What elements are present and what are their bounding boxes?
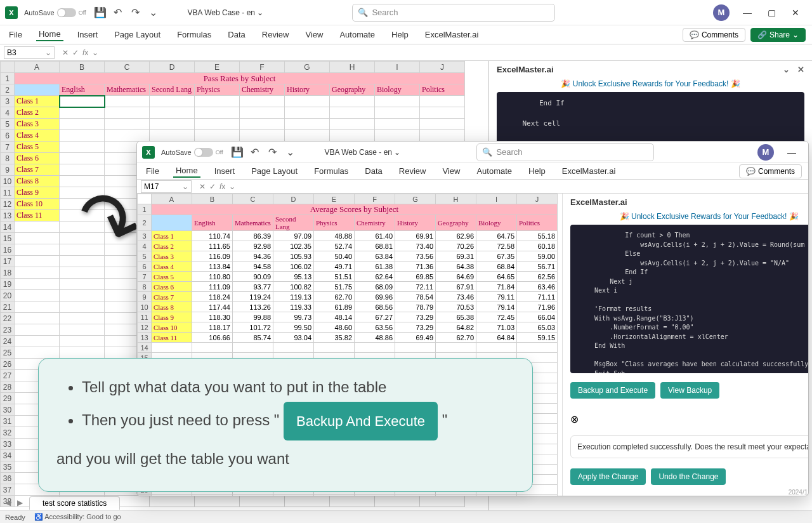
apply-change-button[interactable]: Apply the Change — [570, 468, 646, 485]
sheet-tabs: ◀ ▶ test score statistics — [5, 495, 120, 510]
tab-file[interactable]: File — [6, 29, 25, 41]
confirm-formula-icon[interactable]: ✓ — [72, 48, 79, 57]
reward-banner[interactable]: 🎉 Unlock Exclusive Rewards for Your Feed… — [489, 78, 812, 92]
tab-review[interactable]: Review — [259, 29, 292, 41]
tab-help[interactable]: Help — [526, 165, 548, 177]
backup-execute-inline-button[interactable]: Backup And Execute — [284, 402, 438, 441]
tab-insert[interactable]: Insert — [212, 165, 238, 177]
tab-data[interactable]: Data — [225, 29, 247, 41]
excel-app-icon: X — [142, 146, 155, 159]
autosave-label: AutoSave — [24, 9, 55, 17]
autosave-toggle[interactable]: AutoSave Off — [161, 148, 223, 157]
user-avatar[interactable]: M — [757, 144, 774, 161]
tab-page-layout[interactable]: Page Layout — [112, 29, 163, 41]
search-icon: 🔍 — [482, 147, 492, 157]
tab-view[interactable]: View — [440, 165, 462, 177]
tab-page-layout[interactable]: Page Layout — [249, 165, 300, 177]
comments-button[interactable]: 💬 Comments — [683, 28, 745, 42]
document-title[interactable]: VBA Web Case - en ⌄ — [325, 148, 401, 157]
callout-item-1: Tell gpt what data you want to put in th… — [82, 373, 514, 402]
maximize-button[interactable]: ▢ — [765, 8, 778, 18]
callout-final: and you will get the table you want — [56, 444, 514, 473]
undo-icon[interactable]: ↶ — [109, 4, 127, 22]
tab-data[interactable]: Data — [362, 165, 384, 177]
qat-more-icon[interactable]: ⌄ — [282, 143, 299, 161]
switch-icon[interactable] — [57, 8, 76, 17]
tab-excelmaster[interactable]: ExcelMaster.ai — [560, 165, 619, 177]
search-input[interactable]: 🔍 Search — [352, 4, 555, 22]
search-icon: 🔍 — [358, 8, 368, 17]
accessibility-status: ♿ Accessibility: Good to go — [34, 513, 121, 521]
callout-item-2: Then you just need to press " Backup And… — [82, 402, 514, 441]
confirm-formula-icon[interactable]: ✓ — [209, 182, 216, 191]
save-icon[interactable]: 💾 — [228, 143, 246, 161]
minimize-button[interactable]: — — [741, 8, 754, 18]
tab-excelmaster[interactable]: ExcelMaster.ai — [422, 29, 481, 41]
switch-icon[interactable] — [194, 148, 213, 157]
redo-icon[interactable]: ↷ — [264, 143, 282, 161]
excel-app-icon: X — [5, 6, 18, 19]
search-input[interactable]: 🔍 Search — [476, 143, 654, 161]
cancel-formula-icon[interactable]: ✕ — [62, 48, 69, 57]
document-title[interactable]: VBA Web Case - en ⌄ — [188, 8, 264, 17]
sheet-nav-next[interactable]: ▶ — [17, 498, 23, 507]
tab-insert[interactable]: Insert — [75, 29, 101, 41]
tab-formulas[interactable]: Formulas — [311, 165, 351, 177]
tab-review[interactable]: Review — [396, 165, 429, 177]
tab-automate[interactable]: Automate — [337, 29, 377, 41]
undo-icon[interactable]: ↶ — [246, 143, 264, 161]
panel-close-icon[interactable]: ✕ — [797, 65, 804, 74]
panel-title: ExcelMaster.ai — [497, 65, 554, 74]
panel-title: ExcelMaster.ai — [570, 197, 627, 207]
code-block: If count > 0 Then wsAvg.Cells(i + 2, j +… — [570, 225, 809, 373]
sheet-nav-prev[interactable]: ◀ — [5, 498, 11, 507]
undo-change-button[interactable]: Undo the Change — [651, 468, 726, 485]
comments-button[interactable]: 💬 Comments — [739, 164, 802, 178]
fx-icon[interactable]: fx — [219, 182, 225, 191]
autosave-toggle[interactable]: AutoSave Off — [24, 8, 86, 17]
ribbon-tabs: File Home Insert Page Layout Formulas Da… — [0, 25, 812, 44]
backup-execute-button[interactable]: Backup and Execute — [570, 382, 655, 399]
formula-dropdown-icon[interactable]: ⌄ — [92, 48, 98, 57]
redo-icon[interactable]: ↷ — [127, 4, 145, 22]
qat-more-icon[interactable]: ⌄ — [145, 4, 162, 22]
overlay-excelmaster-panel: ExcelMaster.ai 🎉 Unlock Exclusive Reward… — [562, 194, 809, 496]
tab-file[interactable]: File — [143, 165, 162, 177]
user-avatar[interactable]: M — [713, 4, 730, 21]
save-icon[interactable]: 💾 — [91, 4, 109, 22]
fx-icon[interactable]: fx — [82, 48, 88, 57]
panel-collapse-icon[interactable]: ⌄ — [783, 65, 790, 74]
loading-icon: ⊗ — [563, 409, 809, 429]
title-bar: X AutoSave Off 💾 ↶ ↷ ⌄ VBA Web Case - en… — [0, 0, 812, 25]
tab-help[interactable]: Help — [389, 29, 411, 41]
name-box[interactable]: B3⌄ — [4, 46, 55, 59]
timestamp: 2024/12/1 — [563, 402, 809, 409]
share-button[interactable]: 🔗 Share ⌄ — [750, 28, 806, 42]
sheet-tab-active[interactable]: test score statistics — [29, 496, 120, 510]
search-placeholder: Search — [372, 8, 398, 17]
tab-home[interactable]: Home — [36, 28, 63, 41]
cancel-formula-icon[interactable]: ✕ — [199, 182, 206, 191]
close-button[interactable]: ✕ — [789, 8, 802, 18]
instruction-callout: Tell gpt what data you want to put in th… — [38, 358, 533, 492]
autosave-state: Off — [79, 10, 86, 16]
tab-view[interactable]: View — [303, 29, 325, 41]
name-box[interactable]: M17⌄ — [141, 180, 192, 193]
status-bar: Ready ♿ Accessibility: Good to go — [0, 510, 812, 523]
status-ready: Ready — [5, 513, 25, 521]
view-backup-button[interactable]: View Backup — [660, 382, 719, 399]
timestamp: 2024/12/18 16:07:26 — [563, 489, 809, 496]
tab-automate[interactable]: Automate — [474, 165, 514, 177]
tab-formulas[interactable]: Formulas — [174, 29, 214, 41]
formula-dropdown-icon[interactable]: ⌄ — [229, 182, 235, 191]
formula-bar: B3⌄ ✕ ✓ fx ⌄ — [0, 44, 812, 61]
minimize-button[interactable]: — — [785, 147, 798, 157]
reward-banner[interactable]: 🎉 Unlock Exclusive Rewards for Your Feed… — [563, 211, 809, 225]
tab-home[interactable]: Home — [173, 164, 200, 178]
result-message: Execution completed successfully. Does t… — [570, 435, 809, 458]
